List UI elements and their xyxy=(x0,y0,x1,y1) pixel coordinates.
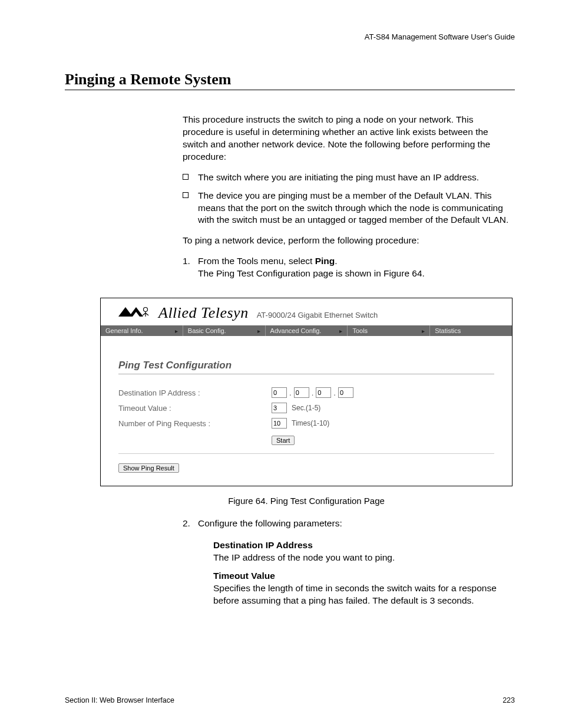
figure-navbar: General Info. Basic Config. Advanced Con… xyxy=(101,325,512,336)
bullet-item: The device you are pinging must be a mem… xyxy=(183,190,515,227)
figure-ping-config: Allied Telesyn AT-9000/24 Gigabit Ethern… xyxy=(100,298,513,486)
ip-octet-1[interactable] xyxy=(272,387,287,398)
allied-telesyn-logo-icon xyxy=(118,306,154,318)
def-title-destination-ip: Destination IP Address xyxy=(213,539,515,552)
row-ping-count: Number of Ping Requests : Times(1-10) xyxy=(118,418,494,429)
section-title: Pinging a Remote System xyxy=(65,71,515,90)
brand-row: Allied Telesyn AT-9000/24 Gigabit Ethern… xyxy=(101,298,512,325)
ip-dot: . xyxy=(312,388,314,397)
nav-statistics[interactable]: Statistics xyxy=(429,325,512,336)
step-1-result: The Ping Test Configuration page is show… xyxy=(198,268,515,280)
step-2: 2. Configure the following parameters: D… xyxy=(183,518,515,607)
step-1-text: From the Tools menu, select Ping. xyxy=(198,256,338,266)
def-title-timeout: Timeout Value xyxy=(213,570,515,582)
step-2-text: Configure the following parameters: xyxy=(198,518,342,528)
label-ping-count: Number of Ping Requests : xyxy=(118,419,272,428)
row-start: Start xyxy=(118,433,494,445)
row-timeout: Timeout Value : Sec.(1-5) xyxy=(118,403,494,413)
timeout-unit: Sec.(1-5) xyxy=(292,404,320,412)
svg-point-3 xyxy=(144,308,148,312)
nav-general-info[interactable]: General Info. xyxy=(101,325,183,336)
ip-dot: . xyxy=(333,388,336,397)
lead-text: To ping a network device, perform the fo… xyxy=(183,235,515,247)
nav-tools[interactable]: Tools xyxy=(347,325,429,336)
intro-paragraph: This procedure instructs the switch to p… xyxy=(183,114,515,163)
start-button[interactable]: Start xyxy=(272,436,295,445)
footer-section: Section II: Web Browser Interface xyxy=(65,696,174,704)
svg-line-6 xyxy=(146,313,148,315)
running-header: AT-S84 Management Software User's Guide xyxy=(65,32,515,41)
svg-line-5 xyxy=(143,313,146,315)
show-ping-result-button[interactable]: Show Ping Result xyxy=(118,463,179,473)
label-timeout: Timeout Value : xyxy=(118,404,272,413)
ping-count-unit: Times(1-10) xyxy=(292,419,329,427)
brand-model: AT-9000/24 Gigabit Ethernet Switch xyxy=(257,311,378,319)
nav-advanced-config[interactable]: Advanced Config. xyxy=(265,325,348,336)
row-destination-ip: Destination IP Address : . . . xyxy=(118,387,494,398)
ip-octet-4[interactable] xyxy=(338,387,353,398)
bullet-item: The switch where you are initiating the … xyxy=(183,172,515,184)
panel-title: Ping Test Configuration xyxy=(118,360,494,374)
def-body-timeout: Specifies the length of time in seconds … xyxy=(213,582,515,607)
ip-dot: . xyxy=(289,388,292,397)
nav-basic-config[interactable]: Basic Config. xyxy=(183,325,265,336)
ping-count-input[interactable] xyxy=(272,418,287,429)
footer-page-number: 223 xyxy=(503,696,515,704)
step-1: 1. From the Tools menu, select Ping. The… xyxy=(183,255,515,280)
brand-name: Allied Telesyn xyxy=(158,304,249,322)
figure-caption: Figure 64. Ping Test Configuration Page xyxy=(100,496,513,506)
def-body-destination-ip: The IP address of the node you want to p… xyxy=(213,552,515,564)
ip-octet-3[interactable] xyxy=(316,387,331,398)
timeout-input[interactable] xyxy=(272,403,287,413)
row-show-result: Show Ping Result xyxy=(118,453,494,473)
ip-octet-2[interactable] xyxy=(294,387,309,398)
label-destination-ip: Destination IP Address : xyxy=(118,388,272,397)
